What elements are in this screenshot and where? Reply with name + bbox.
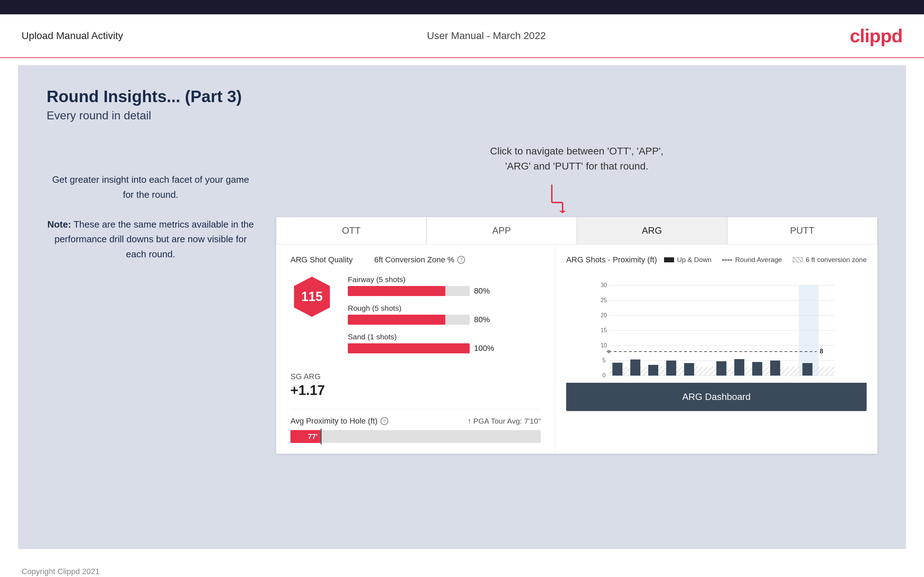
proximity-label: Avg Proximity to Hole (ft) ? (291, 416, 388, 426)
hexagon-score: 115 (291, 275, 333, 318)
sg-value: +1.17 (291, 383, 541, 398)
svg-rect-24 (648, 365, 658, 376)
header: Upload Manual Activity User Manual - Mar… (0, 15, 924, 58)
section-subtitle: Every round in detail (47, 109, 877, 122)
bar-fill-sand (348, 343, 470, 353)
svg-text:30: 30 (601, 282, 607, 288)
card-body: ARG Shot Quality 6ft Conversion Zone % ? (276, 244, 877, 454)
bar-percent-fairway: 80% (474, 286, 490, 296)
arg-dashboard-button[interactable]: ARG Dashboard (566, 383, 867, 411)
legend-item-6ft: 6 ft conversion zone (793, 256, 867, 264)
hexagon-number: 115 (301, 289, 323, 304)
svg-rect-29 (752, 362, 762, 376)
arg-chart: 0 5 10 15 20 25 30 (566, 272, 867, 379)
note-label: Note: (47, 219, 71, 230)
bar-track-sand (348, 343, 470, 353)
upload-manual-activity-label: Upload Manual Activity (21, 30, 123, 42)
right-panel: Click to navigate between 'OTT', 'APP','… (276, 144, 877, 454)
proximity-bar-track: 77' (291, 430, 541, 443)
top-bar (0, 0, 924, 15)
bar-row-sand: Sand (1 shots) 100% (348, 333, 541, 353)
legend-dashed-icon (722, 259, 732, 261)
legend-solid-icon (664, 257, 674, 262)
bar-row-rough: Rough (5 shots) 80% (348, 304, 541, 325)
sg-section: SG ARG +1.17 (291, 372, 541, 398)
svg-text:25: 25 (601, 297, 607, 303)
proximity-cursor (321, 429, 321, 445)
content-layout: Get greater insight into each facet of y… (47, 144, 877, 454)
svg-marker-33 (606, 350, 611, 353)
copyright-label: Copyright Clippd 2021 (21, 567, 100, 576)
proximity-help-icon[interactable]: ? (380, 417, 388, 425)
conversion-zone-label: 6ft Conversion Zone % ? (374, 255, 465, 264)
chart-section: ARG Shots - Proximity (ft) Up & Down Rou… (556, 244, 877, 454)
chart-area: 0 5 10 15 20 25 30 (566, 272, 867, 379)
legend-item-updown: Up & Down (664, 256, 711, 264)
annotation-text: Get greater insight into each facet of y… (47, 172, 255, 262)
svg-rect-30 (770, 361, 780, 376)
svg-rect-26 (684, 363, 694, 376)
left-panel: Get greater insight into each facet of y… (47, 144, 255, 262)
chart-title: ARG Shots - Proximity (ft) (566, 255, 657, 264)
tab-putt[interactable]: PUTT (727, 217, 877, 244)
proximity-value: 77' (308, 433, 318, 441)
svg-marker-3 (559, 211, 566, 213)
dashboard-card: OTT APP ARG PUTT ARG Shot Quality 6ft Co… (276, 217, 877, 454)
svg-rect-25 (666, 361, 676, 376)
help-icon[interactable]: ? (457, 256, 465, 264)
bar-percent-sand: 100% (474, 344, 494, 353)
bar-track-fairway (348, 286, 470, 296)
pga-label: ↑ PGA Tour Avg: 7'10" (468, 417, 541, 425)
bar-label-fairway: Fairway (5 shots) (348, 275, 541, 284)
bars-container: Fairway (5 shots) 80% Rou (348, 275, 541, 361)
left-content-section: ARG Shot Quality 6ft Conversion Zone % ? (276, 244, 556, 454)
tab-app[interactable]: APP (426, 217, 577, 244)
legend-item-roundavg: Round Average (722, 256, 782, 264)
bar-track-rough (348, 315, 470, 325)
bar-percent-rough: 80% (474, 315, 490, 324)
svg-rect-22 (612, 363, 622, 376)
proximity-header: Avg Proximity to Hole (ft) ? ↑ PGA Tour … (291, 416, 541, 426)
chart-header: ARG Shots - Proximity (ft) Up & Down Rou… (566, 255, 867, 264)
user-manual-date-label: User Manual - March 2022 (427, 30, 546, 42)
svg-rect-28 (734, 359, 745, 376)
proximity-section: Avg Proximity to Hole (ft) ? ↑ PGA Tour … (291, 409, 541, 443)
tab-arg[interactable]: ARG (577, 217, 727, 244)
hexagon-container: 115 Fairway (5 shots) (291, 275, 541, 361)
footer: Copyright Clippd 2021 (0, 556, 924, 577)
sg-label: SG ARG (291, 372, 541, 381)
bar-fill-rough (348, 315, 445, 325)
arrow-indicator (541, 185, 570, 213)
bar-fill-fairway (348, 286, 445, 296)
svg-text:8: 8 (820, 348, 823, 355)
svg-text:20: 20 (601, 312, 607, 318)
proximity-bar-fill: 77' (291, 430, 321, 443)
main-content: Round Insights... (Part 3) Every round i… (18, 65, 906, 549)
tab-ott[interactable]: OTT (276, 217, 426, 244)
bar-label-sand: Sand (1 shots) (348, 333, 541, 341)
section-headers: ARG Shot Quality 6ft Conversion Zone % ? (291, 255, 541, 264)
svg-text:5: 5 (603, 357, 606, 363)
bar-row-fairway: Fairway (5 shots) 80% (348, 275, 541, 296)
svg-text:0: 0 (603, 372, 606, 379)
svg-rect-31 (803, 363, 813, 376)
svg-rect-27 (716, 361, 727, 376)
bar-label-rough: Rough (5 shots) (348, 304, 541, 313)
clippd-logo: clippd (850, 25, 903, 47)
legend-hatch-icon (793, 257, 803, 262)
svg-text:15: 15 (601, 327, 607, 333)
section-title: Round Insights... (Part 3) (47, 87, 877, 106)
tabs-row: OTT APP ARG PUTT (276, 217, 877, 244)
nav-annotation: Click to navigate between 'OTT', 'APP','… (490, 144, 664, 174)
svg-text:10: 10 (601, 342, 607, 348)
svg-rect-21 (799, 285, 819, 376)
svg-rect-23 (630, 359, 640, 376)
chart-legend: Up & Down Round Average 6 ft conversion … (664, 256, 867, 264)
shot-quality-label: ARG Shot Quality (291, 255, 353, 264)
